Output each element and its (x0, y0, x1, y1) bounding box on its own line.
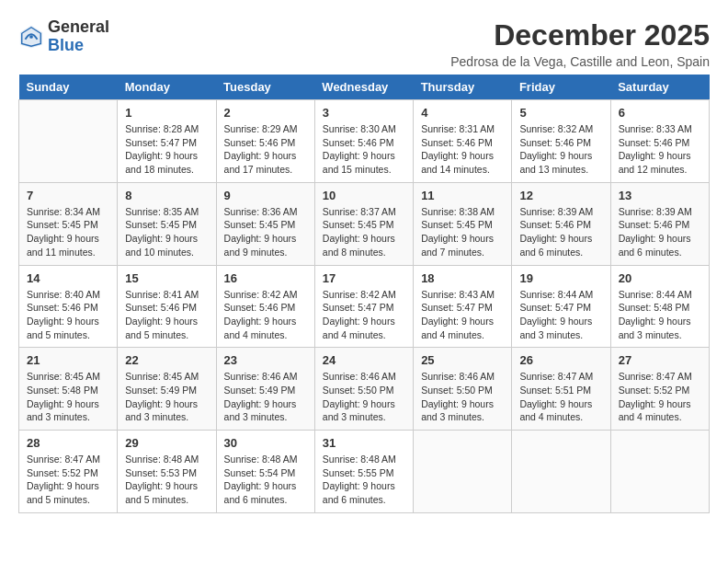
day-number: 12 (519, 189, 602, 202)
logo-text: General Blue (48, 18, 109, 55)
day-number: 14 (27, 271, 109, 285)
day-number: 29 (125, 436, 208, 450)
day-number: 28 (27, 436, 109, 450)
day-number: 6 (619, 106, 701, 120)
calendar-cell: 24Sunrise: 8:46 AM Sunset: 5:50 PM Dayli… (314, 348, 413, 431)
calendar-cell: 27Sunrise: 8:47 AM Sunset: 5:52 PM Dayli… (610, 348, 709, 431)
day-info: Sunrise: 8:28 AM Sunset: 5:47 PM Dayligh… (125, 122, 208, 177)
calendar-cell: 15Sunrise: 8:41 AM Sunset: 5:46 PM Dayli… (118, 265, 216, 348)
calendar-cell: 30Sunrise: 8:48 AM Sunset: 5:54 PM Dayli… (216, 431, 314, 513)
week-row-3: 14Sunrise: 8:40 AM Sunset: 5:46 PM Dayli… (19, 265, 710, 348)
logo-icon (18, 24, 44, 50)
calendar-cell: 13Sunrise: 8:39 AM Sunset: 5:46 PM Dayli… (610, 182, 709, 265)
calendar-cell: 17Sunrise: 8:42 AM Sunset: 5:47 PM Dayli… (314, 265, 413, 348)
calendar-table: SundayMondayTuesdayWednesdayThursdayFrid… (18, 75, 710, 513)
day-number: 16 (224, 271, 307, 285)
calendar-cell (414, 431, 512, 513)
calendar-cell: 14Sunrise: 8:40 AM Sunset: 5:46 PM Dayli… (19, 265, 118, 348)
day-info: Sunrise: 8:47 AM Sunset: 5:52 PM Dayligh… (619, 370, 701, 424)
day-number: 8 (125, 189, 208, 202)
day-number: 15 (125, 271, 208, 285)
day-number: 30 (224, 436, 307, 450)
day-number: 24 (323, 353, 405, 367)
calendar-cell: 19Sunrise: 8:44 AM Sunset: 5:47 PM Dayli… (512, 265, 610, 348)
calendar-cell: 9Sunrise: 8:36 AM Sunset: 5:45 PM Daylig… (216, 182, 314, 265)
day-info: Sunrise: 8:42 AM Sunset: 5:46 PM Dayligh… (224, 288, 307, 342)
calendar-cell (512, 431, 610, 513)
day-number: 2 (224, 106, 307, 120)
day-info: Sunrise: 8:47 AM Sunset: 5:52 PM Dayligh… (27, 453, 109, 507)
day-info: Sunrise: 8:35 AM Sunset: 5:45 PM Dayligh… (125, 205, 208, 259)
column-header-thursday: Thursday (414, 75, 512, 100)
calendar-cell: 26Sunrise: 8:47 AM Sunset: 5:51 PM Dayli… (512, 348, 610, 431)
calendar-cell: 23Sunrise: 8:46 AM Sunset: 5:49 PM Dayli… (216, 348, 314, 431)
day-info: Sunrise: 8:43 AM Sunset: 5:47 PM Dayligh… (421, 288, 504, 342)
calendar-cell: 4Sunrise: 8:31 AM Sunset: 5:46 PM Daylig… (414, 100, 512, 183)
logo-blue-text: Blue (48, 36, 84, 54)
column-header-tuesday: Tuesday (216, 75, 314, 100)
calendar-header-row: SundayMondayTuesdayWednesdayThursdayFrid… (19, 75, 710, 100)
week-row-1: 1Sunrise: 8:28 AM Sunset: 5:47 PM Daylig… (19, 100, 710, 183)
calendar-body: 1Sunrise: 8:28 AM Sunset: 5:47 PM Daylig… (19, 100, 710, 513)
calendar-cell: 31Sunrise: 8:48 AM Sunset: 5:55 PM Dayli… (314, 431, 413, 513)
calendar-cell (19, 100, 118, 183)
column-header-wednesday: Wednesday (314, 75, 413, 100)
calendar-cell: 29Sunrise: 8:48 AM Sunset: 5:53 PM Dayli… (118, 431, 216, 513)
calendar-cell: 10Sunrise: 8:37 AM Sunset: 5:45 PM Dayli… (314, 182, 413, 265)
day-info: Sunrise: 8:32 AM Sunset: 5:46 PM Dayligh… (519, 122, 602, 177)
logo-general-text: General (48, 17, 109, 36)
day-number: 18 (421, 271, 504, 285)
week-row-5: 28Sunrise: 8:47 AM Sunset: 5:52 PM Dayli… (19, 431, 710, 513)
day-number: 4 (421, 106, 504, 120)
day-number: 3 (323, 106, 405, 120)
day-number: 19 (519, 271, 602, 285)
day-info: Sunrise: 8:37 AM Sunset: 5:45 PM Dayligh… (323, 205, 405, 259)
day-number: 1 (125, 106, 208, 120)
month-title: December 2025 (450, 18, 710, 52)
day-number: 25 (421, 353, 504, 367)
day-info: Sunrise: 8:38 AM Sunset: 5:45 PM Dayligh… (421, 205, 504, 259)
day-info: Sunrise: 8:48 AM Sunset: 5:54 PM Dayligh… (224, 453, 307, 507)
day-number: 5 (519, 106, 602, 120)
calendar-cell: 7Sunrise: 8:34 AM Sunset: 5:45 PM Daylig… (19, 182, 118, 265)
day-info: Sunrise: 8:45 AM Sunset: 5:48 PM Dayligh… (27, 370, 109, 424)
calendar-cell: 16Sunrise: 8:42 AM Sunset: 5:46 PM Dayli… (216, 265, 314, 348)
day-number: 27 (619, 353, 701, 367)
day-info: Sunrise: 8:48 AM Sunset: 5:53 PM Dayligh… (125, 453, 208, 507)
calendar-cell: 20Sunrise: 8:44 AM Sunset: 5:48 PM Dayli… (610, 265, 709, 348)
calendar-cell: 25Sunrise: 8:46 AM Sunset: 5:50 PM Dayli… (414, 348, 512, 431)
day-info: Sunrise: 8:31 AM Sunset: 5:46 PM Dayligh… (421, 122, 504, 177)
calendar-cell (610, 431, 709, 513)
calendar-cell: 2Sunrise: 8:29 AM Sunset: 5:46 PM Daylig… (216, 100, 314, 183)
day-number: 9 (224, 189, 307, 202)
day-info: Sunrise: 8:36 AM Sunset: 5:45 PM Dayligh… (224, 205, 307, 259)
calendar-cell: 5Sunrise: 8:32 AM Sunset: 5:46 PM Daylig… (512, 100, 610, 183)
day-info: Sunrise: 8:45 AM Sunset: 5:49 PM Dayligh… (125, 370, 208, 424)
day-info: Sunrise: 8:46 AM Sunset: 5:49 PM Dayligh… (224, 370, 307, 424)
column-header-friday: Friday (512, 75, 610, 100)
calendar-cell: 6Sunrise: 8:33 AM Sunset: 5:46 PM Daylig… (610, 100, 709, 183)
page-header: General Blue December 2025 Pedrosa de la… (18, 18, 710, 69)
day-info: Sunrise: 8:29 AM Sunset: 5:46 PM Dayligh… (224, 122, 307, 177)
location-text: Pedrosa de la Vega, Castille and Leon, S… (450, 54, 710, 69)
day-info: Sunrise: 8:44 AM Sunset: 5:48 PM Dayligh… (619, 288, 701, 342)
day-info: Sunrise: 8:33 AM Sunset: 5:46 PM Dayligh… (619, 122, 701, 177)
calendar-cell: 22Sunrise: 8:45 AM Sunset: 5:49 PM Dayli… (118, 348, 216, 431)
day-number: 23 (224, 353, 307, 367)
week-row-2: 7Sunrise: 8:34 AM Sunset: 5:45 PM Daylig… (19, 182, 710, 265)
day-info: Sunrise: 8:41 AM Sunset: 5:46 PM Dayligh… (125, 288, 208, 342)
day-number: 31 (323, 436, 405, 450)
day-info: Sunrise: 8:34 AM Sunset: 5:45 PM Dayligh… (27, 205, 109, 259)
day-number: 21 (27, 353, 109, 367)
day-info: Sunrise: 8:46 AM Sunset: 5:50 PM Dayligh… (421, 370, 504, 424)
calendar-cell: 3Sunrise: 8:30 AM Sunset: 5:46 PM Daylig… (314, 100, 413, 183)
day-number: 10 (323, 189, 405, 202)
day-number: 13 (619, 189, 701, 202)
day-info: Sunrise: 8:40 AM Sunset: 5:46 PM Dayligh… (27, 288, 109, 342)
day-number: 20 (619, 271, 701, 285)
column-header-sunday: Sunday (19, 75, 118, 100)
calendar-cell: 28Sunrise: 8:47 AM Sunset: 5:52 PM Dayli… (19, 431, 118, 513)
day-info: Sunrise: 8:39 AM Sunset: 5:46 PM Dayligh… (519, 205, 602, 259)
day-info: Sunrise: 8:46 AM Sunset: 5:50 PM Dayligh… (323, 370, 405, 424)
day-number: 22 (125, 353, 208, 367)
